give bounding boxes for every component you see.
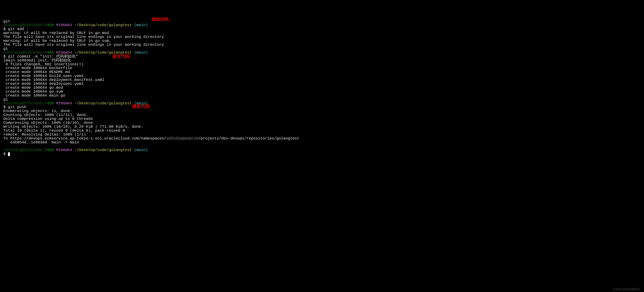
push-output: Delta compression using up to 8 threads	[3, 117, 93, 121]
push-output: Counting objects: 100% (11/11), done.	[3, 113, 88, 117]
create-mode-line: create mode 100644 deployment_manifest.y…	[3, 78, 104, 82]
prompt-mingw: MINGW64	[54, 101, 72, 105]
stray-gi: gi	[3, 47, 8, 51]
create-mode-line: create mode 100644 main.go	[3, 93, 65, 98]
commit-output: [main 1e8036d] init: 代码初始化	[3, 58, 71, 63]
cursor	[8, 152, 10, 156]
annotation-push: 推送代码	[132, 104, 149, 108]
prompt-user: aihchang@SIHCHANG	[3, 23, 42, 27]
cmd-git-push: $ git push	[3, 105, 26, 109]
prompt-host: -7420	[42, 148, 54, 152]
warning-line: warning: LF will be replaced by CRLF in …	[3, 39, 111, 43]
cmd-git-commit: $ git commit -m "init: 代码初始化"	[3, 54, 78, 59]
prompt-user: aihchang@SIHCHANG	[3, 148, 42, 152]
create-mode-line: create mode 100644 go.sum	[3, 89, 63, 94]
push-output: e4b854d..1e8036d main -> main	[3, 140, 79, 144]
prompt-branch: (main)	[132, 50, 148, 55]
cmd-git-add: $ git add .	[3, 27, 28, 31]
push-output: Total 10 (delta 1), reused 0 (delta 0), …	[3, 128, 125, 133]
prompt-user: aihchang@SIHCHANG	[3, 101, 42, 105]
push-namespace: sehidjapanprod	[166, 136, 198, 140]
prompt-host: -7420	[42, 101, 54, 105]
prompt-branch: (main)	[132, 23, 148, 27]
create-mode-line: create mode 100644 go.mod	[3, 85, 63, 90]
push-output: Enumerating objects: 11, done.	[3, 109, 72, 113]
prompt-mingw: MINGW64	[54, 148, 72, 152]
stray-gi: gi	[3, 97, 8, 102]
prompt-path: ~/Desktop/code/golangtest	[72, 101, 132, 105]
prompt-host: -7420	[42, 50, 54, 55]
push-output: remote: Resolving deltas: 100% (1/1)	[3, 132, 86, 137]
create-mode-line: create mode 100644 deployspec.yaml	[3, 82, 84, 86]
prompt-path: ~/Desktop/code/golangtest	[72, 148, 132, 152]
warning-line: warning: LF will be replaced by CRLF in …	[3, 31, 111, 35]
push-output: Writing objects: 100% (10/10), 8.29 KiB …	[3, 124, 143, 129]
push-output-url-tail: /projects/dev-devops/repositories/golang…	[198, 136, 299, 140]
push-output: Compressing objects: 100% (10/10), done.	[3, 121, 95, 125]
prompt-mingw: MINGW64	[54, 50, 72, 55]
prompt-branch: (main)	[132, 148, 148, 152]
create-mode-line: create mode 100644 build_spec.yaml	[3, 74, 84, 78]
terminal-output: git aihchang@SIHCHANG-7420 MINGW64 ~/Des…	[3, 16, 641, 156]
push-output-url: To https://devops.scmservice.ap-tokyo-1.…	[3, 136, 166, 140]
warning-line: The file will have its original line end…	[3, 35, 164, 39]
create-mode-line: create mode 100644 README.md	[3, 70, 70, 74]
prompt-mingw: MINGW64	[54, 23, 72, 27]
cmd-prompt-empty[interactable]: $	[3, 152, 8, 156]
commit-output: 8 files changed, 502 insertions(+)	[3, 62, 84, 66]
warning-line: The file will have its original line end…	[3, 43, 164, 47]
prompt-host: -7420	[42, 23, 54, 27]
watermark: CSDN @炸鸡物料库	[613, 288, 640, 291]
annotation-commit: 提交代码	[112, 54, 130, 58]
prompt-user: aihchang@SIHCHANG	[3, 50, 42, 55]
annotation-add: 添加代码	[152, 17, 168, 22]
prompt-path: ~/Desktop/code/golangtest	[72, 23, 132, 27]
create-mode-line: create mode 100644 Dockerfile	[3, 66, 72, 70]
